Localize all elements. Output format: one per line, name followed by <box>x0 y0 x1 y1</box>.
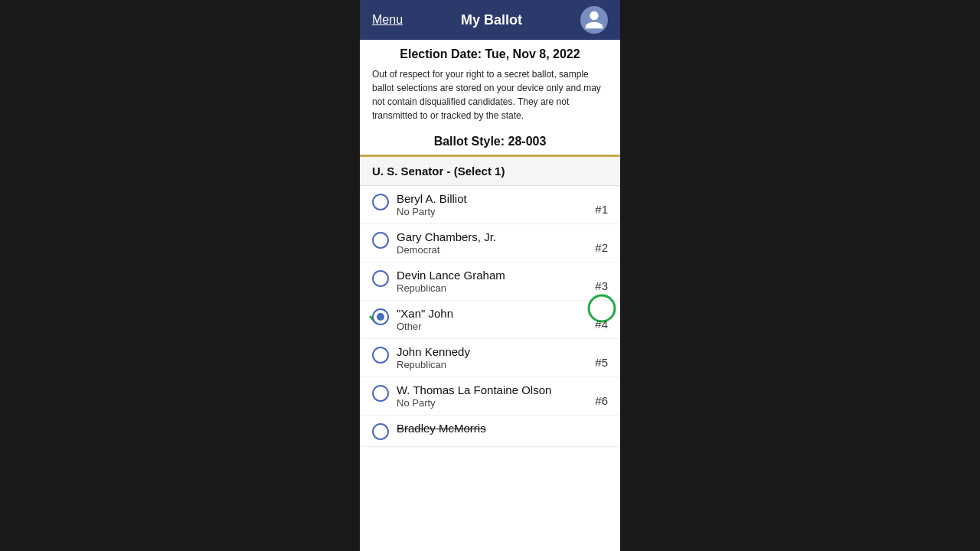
candidate-name: "Xan" John <box>397 307 595 320</box>
candidate-info: John KennedyRepublican <box>397 345 595 370</box>
candidate-row[interactable]: Beryl A. BilliotNo Party#1 <box>360 186 620 224</box>
candidate-info: Gary Chambers, Jr.Democrat <box>397 230 595 256</box>
radio-button[interactable] <box>372 308 389 325</box>
radio-button[interactable] <box>372 194 389 210</box>
candidate-party: No Party <box>397 206 595 217</box>
candidate-party: Democrat <box>397 244 595 256</box>
header-title: My Ballot <box>461 12 522 28</box>
phone-frame: Menu My Ballot Election Date: Tue, Nov 8… <box>360 0 620 551</box>
candidate-number: #4 <box>595 318 608 331</box>
candidate-party: No Party <box>397 397 595 409</box>
candidate-row[interactable]: John KennedyRepublican#5 <box>360 339 620 377</box>
candidate-info: "Xan" JohnOther <box>397 307 595 332</box>
candidate-number: #3 <box>595 279 608 292</box>
candidate-row[interactable]: Bradley McMorris <box>360 416 620 447</box>
race-header: U. S. Senator - (Select 1) <box>360 157 620 186</box>
menu-button[interactable]: Menu <box>372 13 403 27</box>
candidate-name: Beryl A. Billiot <box>397 192 595 205</box>
candidate-row[interactable]: Gary Chambers, Jr.Democrat#2 <box>360 224 620 262</box>
candidate-info: W. Thomas La Fontaine OlsonNo Party <box>397 383 595 409</box>
candidate-party: Republican <box>397 282 595 294</box>
ballot-style: Ballot Style: 28-003 <box>360 130 620 157</box>
radio-button[interactable] <box>372 423 389 440</box>
candidate-party: Other <box>397 321 595 332</box>
candidate-name: Devin Lance Graham <box>397 269 595 282</box>
candidate-row[interactable]: Devin Lance GrahamRepublican#3 <box>360 262 620 301</box>
candidate-number: #1 <box>595 203 608 216</box>
candidate-info: Devin Lance GrahamRepublican <box>397 269 595 294</box>
candidate-number: #2 <box>595 241 608 254</box>
candidate-name: Gary Chambers, Jr. <box>397 230 595 243</box>
user-icon <box>583 9 605 31</box>
user-avatar[interactable] <box>580 6 608 34</box>
radio-button[interactable] <box>372 270 389 287</box>
candidate-party: Republican <box>397 359 595 370</box>
candidate-row[interactable]: W. Thomas La Fontaine OlsonNo Party#6 <box>360 377 620 416</box>
header: Menu My Ballot <box>360 0 620 40</box>
candidate-name: John Kennedy <box>397 345 595 358</box>
candidate-info: Beryl A. BilliotNo Party <box>397 192 595 217</box>
privacy-notice: Out of respect for your right to a secre… <box>360 64 620 130</box>
candidate-name: Bradley McMorris <box>397 422 608 435</box>
candidate-row[interactable]: "Xan" JohnOther#4 <box>360 301 620 339</box>
election-date: Election Date: Tue, Nov 8, 2022 <box>360 40 620 64</box>
content-area: Election Date: Tue, Nov 8, 2022 Out of r… <box>360 40 620 551</box>
radio-button[interactable] <box>372 232 389 249</box>
candidate-info: Bradley McMorris <box>397 422 608 435</box>
candidate-number: #5 <box>595 356 608 369</box>
candidates-list: Beryl A. BilliotNo Party#1Gary Chambers,… <box>360 186 620 447</box>
radio-button[interactable] <box>372 347 389 364</box>
candidate-name: W. Thomas La Fontaine Olson <box>397 383 595 396</box>
candidate-number: #6 <box>595 394 608 407</box>
radio-button[interactable] <box>372 385 389 402</box>
